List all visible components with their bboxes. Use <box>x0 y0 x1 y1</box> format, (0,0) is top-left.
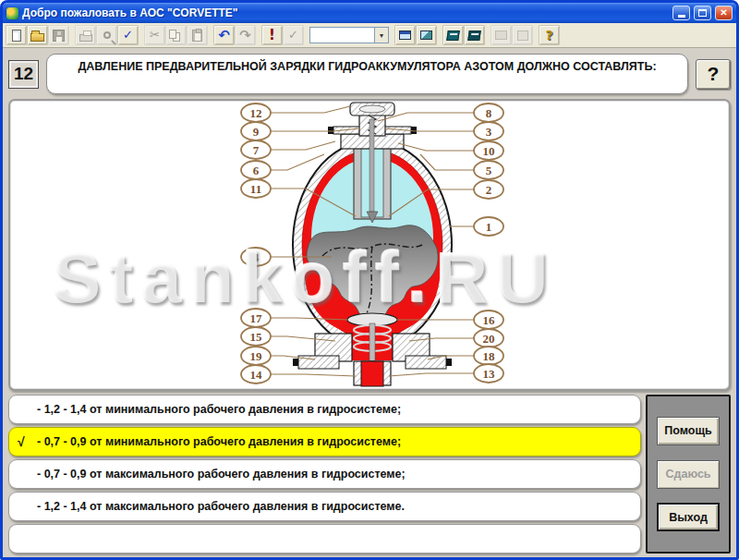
help-button[interactable]: Помощь <box>657 417 720 445</box>
new-button[interactable] <box>6 25 27 45</box>
answer-option-3[interactable]: - 0,7 - 0,9 от максимального рабочего да… <box>8 459 641 489</box>
print-button[interactable] <box>75 25 96 45</box>
svg-text:18: 18 <box>483 349 496 363</box>
redo-icon: ↷ <box>239 28 251 43</box>
help-toolbar-button[interactable]: ? <box>539 25 560 45</box>
svg-text:12: 12 <box>250 106 262 120</box>
selected-check-icon: √ <box>18 434 25 449</box>
answers-list: - 1,2 - 1,4 от минимального рабочего дав… <box>8 395 641 554</box>
answer-text: - 0,7 - 0,9 от минимального рабочего дав… <box>37 435 401 448</box>
save-button[interactable] <box>48 25 69 45</box>
print-preview-icon <box>103 31 111 39</box>
valve-nut-left <box>328 127 333 134</box>
new-document-icon <box>12 30 21 42</box>
bottom-port-inner <box>361 361 383 386</box>
close-button[interactable]: ✕ <box>715 6 733 20</box>
undo-button[interactable]: ↶ <box>213 25 235 45</box>
check-icon: ✓ <box>288 28 298 43</box>
accumulator-diagram: 12 9 7 6 11 4 17 15 19 14 8 3 10 5 <box>10 101 731 389</box>
close-icon: ✕ <box>720 8 727 18</box>
answer-option-1[interactable]: - 1,2 - 1,4 от минимального рабочего дав… <box>8 395 641 424</box>
svg-text:3: 3 <box>486 125 492 139</box>
give-up-button[interactable]: Сдаюсь <box>657 460 720 489</box>
svg-text:17: 17 <box>250 311 263 325</box>
svg-text:7: 7 <box>253 143 260 157</box>
question-row: 12 ДАВЛЕНИЕ ПРЕДВАРИТЕЛЬНОЙ ЗАРЯДКИ ГИДР… <box>8 53 731 95</box>
minimize-icon <box>678 15 685 18</box>
save-icon <box>53 30 65 42</box>
svg-text:11: 11 <box>250 182 261 196</box>
redo-button[interactable]: ↷ <box>235 25 256 45</box>
preview-button[interactable] <box>96 25 117 45</box>
bottom-nut-right <box>446 359 452 366</box>
combobox-value <box>310 28 374 43</box>
minimize-button[interactable] <box>672 6 690 20</box>
book-light-button[interactable] <box>464 25 485 45</box>
run-button[interactable]: ! <box>261 25 283 45</box>
window-view-icon <box>399 30 411 40</box>
svg-text:2: 2 <box>486 183 492 197</box>
svg-text:13: 13 <box>483 367 496 381</box>
app-icon <box>6 7 18 19</box>
client-area: 12 ДАВЛЕНИЕ ПРЕДВАРИТЕЛЬНОЙ ЗАРЯДКИ ГИДР… <box>3 48 736 557</box>
open-folder-icon <box>30 33 44 42</box>
answer-text: - 0,7 - 0,9 от максимального рабочего да… <box>37 468 406 481</box>
maximize-button[interactable] <box>694 6 711 20</box>
svg-text:14: 14 <box>250 368 263 382</box>
svg-text:4: 4 <box>253 250 260 264</box>
svg-text:9: 9 <box>253 125 260 139</box>
paste-icon <box>192 30 202 42</box>
svg-text:19: 19 <box>250 349 263 363</box>
cut-button[interactable]: ✂ <box>144 25 165 45</box>
combobox-arrow-icon[interactable]: ▾ <box>374 28 388 43</box>
answer-text: - 1,2 - 1,4 от максимального рабочего да… <box>37 500 405 513</box>
question-help-button[interactable]: ? <box>696 59 731 90</box>
picture-view-button[interactable] <box>416 25 437 45</box>
callouts-left: 12 9 7 6 11 4 17 15 19 14 <box>241 103 271 383</box>
poppet-stem <box>370 323 375 364</box>
notes-button[interactable] <box>512 25 533 45</box>
spellcheck-button[interactable]: ✓ <box>117 25 139 45</box>
svg-text:20: 20 <box>483 332 495 346</box>
svg-text:8: 8 <box>486 106 492 120</box>
book-light-icon <box>467 30 481 41</box>
answer-option-2-selected[interactable]: √ - 0,7 - 0,9 от минимального рабочего д… <box>8 427 641 457</box>
question-combobox[interactable]: ▾ <box>309 27 389 43</box>
svg-text:1: 1 <box>486 220 492 234</box>
window-title: Добро пожаловать в АОС "CORVETTE" <box>22 6 669 19</box>
callouts-right: 8 3 10 5 2 1 16 20 18 13 <box>474 103 503 383</box>
question-box: ДАВЛЕНИЕ ПРЕДВАРИТЕЛЬНОЙ ЗАРЯДКИ ГИДРОАК… <box>46 54 688 94</box>
svg-text:5: 5 <box>486 164 492 177</box>
titlebar: Добро пожаловать в АОС "CORVETTE" ✕ <box>3 3 736 23</box>
bottom-nut-left <box>293 359 298 366</box>
paste-button[interactable] <box>187 25 208 45</box>
svg-text:10: 10 <box>483 144 495 158</box>
side-button-panel: Помощь Сдаюсь Выход <box>646 395 731 554</box>
cut-icon: ✂ <box>150 28 160 43</box>
book-dark-icon <box>446 30 460 41</box>
answer-text: - 1,2 - 1,4 от минимального рабочего дав… <box>37 403 401 416</box>
exit-button[interactable]: Выход <box>657 503 720 531</box>
valve-rod <box>370 119 374 212</box>
maximize-icon <box>698 9 707 17</box>
validate-button[interactable]: ✓ <box>283 25 304 45</box>
answer-option-5-empty[interactable] <box>8 524 641 554</box>
copy-button[interactable] <box>165 25 187 45</box>
open-button[interactable] <box>27 25 48 45</box>
spellcheck-icon: ✓ <box>123 28 133 43</box>
svg-text:16: 16 <box>483 313 496 327</box>
print-icon <box>79 34 92 42</box>
notes-icon <box>517 30 528 41</box>
copy-icon <box>169 30 176 39</box>
send-icon <box>495 30 507 40</box>
answer-option-4[interactable]: - 1,2 - 1,4 от максимального рабочего да… <box>8 492 641 521</box>
valve-cap-top <box>359 105 385 113</box>
bottom-area: - 1,2 - 1,4 от минимального рабочего дав… <box>8 395 731 554</box>
send-button[interactable] <box>491 25 512 45</box>
question-number: 12 <box>8 60 39 89</box>
question-text: ДАВЛЕНИЕ ПРЕДВАРИТЕЛЬНОЙ ЗАРЯДКИ ГИДРОАК… <box>78 60 656 75</box>
exclamation-icon: ! <box>269 28 275 43</box>
window-view-button[interactable] <box>394 25 416 45</box>
book-dark-button[interactable] <box>442 25 464 45</box>
help-icon: ? <box>545 28 552 43</box>
